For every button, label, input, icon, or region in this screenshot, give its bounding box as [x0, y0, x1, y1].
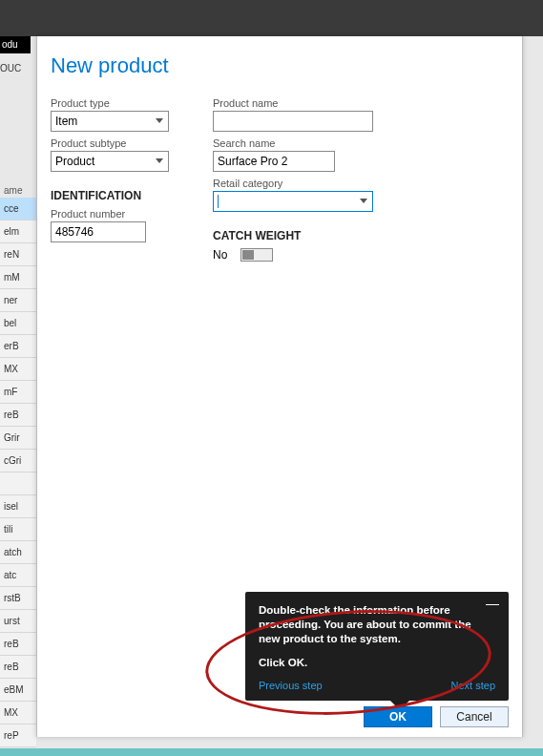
product-name-input[interactable] [213, 111, 373, 132]
product-subtype-label: Product subtype [51, 137, 184, 149]
tooltip-action: Click OK. [259, 656, 495, 670]
list-item[interactable]: bel [0, 312, 36, 335]
list-item[interactable]: urst [0, 610, 36, 633]
search-name-label: Search name [213, 137, 385, 149]
list-item[interactable]: reN [0, 243, 36, 266]
chevron-down-icon [359, 197, 368, 206]
list-item[interactable]: erB [0, 335, 36, 358]
product-number-label: Product number [51, 208, 184, 220]
retail-category-label: Retail category [213, 178, 385, 189]
catch-weight-value: No [213, 248, 227, 262]
list-item[interactable]: MX [0, 702, 36, 724]
list-item[interactable]: rstB [0, 587, 36, 610]
ouc-label: OUC [0, 63, 21, 74]
product-type-dropdown[interactable]: Item [51, 111, 169, 132]
list-item[interactable] [0, 472, 36, 495]
product-number-field[interactable] [55, 225, 141, 239]
chevron-down-icon [155, 116, 164, 126]
list-item[interactable]: cce [0, 198, 36, 220]
product-number-input[interactable] [51, 221, 146, 242]
list-item[interactable]: mF [0, 381, 36, 404]
dialog-button-bar: OK Cancel [364, 706, 509, 727]
new-product-dialog: New product Product type Item Product su… [36, 36, 523, 737]
product-type-value: Item [55, 115, 77, 128]
catch-weight-toggle[interactable] [240, 248, 273, 262]
list-item[interactable]: isel [0, 495, 36, 518]
list-item[interactable]: eBM [0, 679, 36, 702]
cancel-button[interactable]: Cancel [440, 706, 509, 727]
dialog-title: New product [37, 36, 522, 92]
list-item[interactable]: tili [0, 518, 36, 541]
list-item[interactable]: MX [0, 358, 36, 381]
list-item[interactable]: reB [0, 656, 36, 679]
sidebar-fragment: ame cceelmreNmMnerbelerBMXmFreBGrircGrii… [0, 183, 36, 747]
app-topbar [0, 0, 543, 36]
product-name-label: Product name [213, 97, 385, 109]
previous-step-link[interactable]: Previous step [259, 680, 323, 691]
list-item[interactable]: mM [0, 266, 36, 289]
sidebar-column-header: ame [0, 183, 36, 198]
bottom-accent-strip [0, 748, 543, 756]
catch-weight-section-header: CATCH WEIGHT [213, 229, 385, 242]
minimize-icon[interactable]: — [486, 599, 499, 607]
chevron-down-icon [155, 157, 164, 166]
list-item[interactable]: Grir [0, 427, 36, 450]
list-item[interactable]: atc [0, 564, 36, 587]
search-name-field[interactable] [218, 155, 330, 168]
list-item[interactable]: cGri [0, 450, 36, 472]
search-name-input[interactable] [213, 151, 335, 172]
guidance-tooltip: — Double-check the information before pr… [245, 592, 509, 701]
next-step-link[interactable]: Next step [451, 680, 495, 691]
retail-category-dropdown[interactable] [213, 191, 373, 212]
product-subtype-dropdown[interactable]: Product [51, 151, 169, 172]
retail-category-value [218, 195, 219, 209]
list-item[interactable]: atch [0, 541, 36, 564]
ok-button[interactable]: OK [364, 706, 432, 727]
tooltip-body: Double-check the information before proc… [259, 603, 495, 646]
product-type-label: Product type [51, 97, 184, 109]
product-tab-fragment: odu [0, 36, 31, 53]
product-subtype-value: Product [55, 155, 94, 168]
list-item[interactable]: reB [0, 404, 36, 427]
list-item[interactable]: reP [0, 724, 36, 747]
list-item[interactable]: ner [0, 289, 36, 312]
list-item[interactable]: reB [0, 633, 36, 656]
identification-section-header: IDENTIFICATION [51, 189, 184, 202]
product-name-field[interactable] [218, 115, 368, 128]
list-item[interactable]: elm [0, 220, 36, 243]
